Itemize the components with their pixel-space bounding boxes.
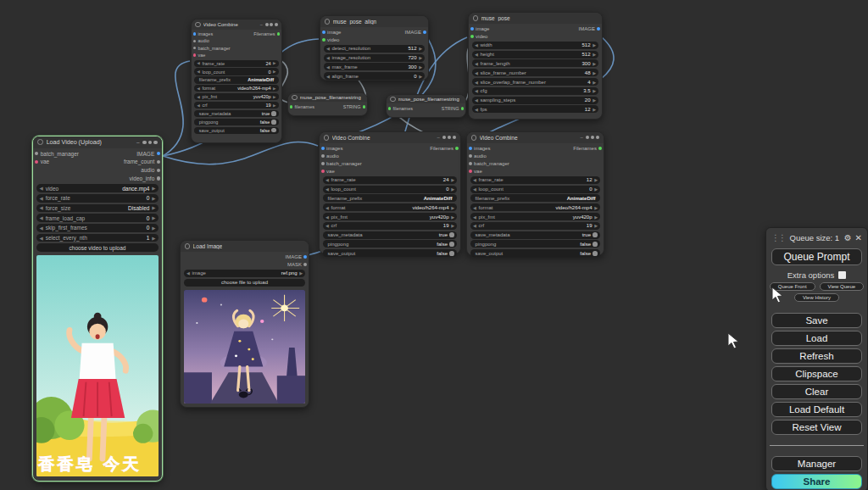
node-header[interactable]: muse_pose_filenamestring [387,95,465,103]
widget-video[interactable]: ◀videodance.mp4▶ [36,184,159,192]
input-slot-images[interactable]: images [469,146,490,151]
load-default-button[interactable]: Load Default [771,402,862,417]
decrement-arrow-icon[interactable]: ◀ [326,64,330,70]
queue-prompt-button[interactable]: Queue Prompt [771,248,862,265]
decrement-arrow-icon[interactable]: ◀ [326,187,329,192]
decrement-arrow-icon[interactable]: ◀ [326,214,329,220]
settings-gear-icon[interactable]: ⚙ [844,233,852,242]
toggle-knob-icon[interactable] [449,242,454,247]
toggle-knob-icon[interactable] [449,251,454,256]
increment-arrow-icon[interactable]: ▶ [594,205,598,210]
widget-filename-prefix[interactable]: filename_prefixAnimateDiff [323,194,458,202]
increment-arrow-icon[interactable]: ▶ [594,187,598,192]
widget-detect-resolution[interactable]: ◀detect_resolution512▶ [324,45,426,53]
widget-save-metadata[interactable]: save_metadatatrue [323,231,458,239]
increment-arrow-icon[interactable]: ▶ [451,187,454,192]
input-slot-batch-manager[interactable]: batch_manager [469,161,509,166]
input-slot-batch-manager[interactable]: batch_manager [321,161,362,166]
increment-arrow-icon[interactable]: ▶ [594,177,598,182]
node-header[interactable]: Load Image [181,241,309,252]
decrement-arrow-icon[interactable]: ◀ [197,70,200,74]
widget-frame-rate[interactable]: ◀frame_rate24▶ [194,60,278,67]
increment-arrow-icon[interactable]: ▶ [273,86,276,91]
node-header[interactable]: Load Video (Upload) ‒ [33,136,162,148]
view-queue-button[interactable]: View Queue [820,282,865,291]
increment-arrow-icon[interactable]: ▶ [152,186,155,191]
widget-crf[interactable]: ◀crf19▶ [323,222,458,230]
decrement-arrow-icon[interactable]: ◀ [475,61,478,66]
decrement-arrow-icon[interactable]: ◀ [473,187,476,192]
decrement-arrow-icon[interactable]: ◀ [326,223,329,228]
decrement-arrow-icon[interactable]: ◀ [197,95,200,99]
toggle-knob-icon[interactable] [593,242,598,247]
increment-arrow-icon[interactable]: ▶ [273,70,276,74]
increment-arrow-icon[interactable]: ▶ [273,95,276,99]
input-slot-images[interactable]: images [321,146,342,151]
video-preview[interactable]: 香香皂 今天 [36,255,159,476]
increment-arrow-icon[interactable]: ▶ [152,226,155,231]
widget-image-resolution[interactable]: ◀image_resolution720▶ [324,54,426,62]
collapse-icon[interactable] [185,243,191,249]
increment-arrow-icon[interactable]: ▶ [273,61,276,65]
widget-save-output[interactable]: save_outputfalse [470,249,601,257]
decrement-arrow-icon[interactable]: ◀ [39,196,42,201]
toggle-knob-icon[interactable] [271,120,275,124]
input-slot-audio[interactable]: audio [193,38,209,43]
node-video-combine-3[interactable]: Video Combine ‒ imagesFilenamesaudiobatc… [466,131,604,256]
image-preview[interactable] [184,290,306,404]
input-slot-batch-manager[interactable]: batch_manager [193,46,231,51]
widget-select-every-nth[interactable]: ◀select_every_nth1▶ [36,234,159,242]
collapse-icon[interactable] [37,139,43,145]
widget-align-frame[interactable]: ◀align_frame0▶ [324,72,426,80]
decrement-arrow-icon[interactable]: ◀ [473,214,476,220]
widget-save-metadata[interactable]: save_metadatatrue [194,110,278,117]
port-icon[interactable] [322,38,326,42]
manager-button[interactable]: Manager [771,456,862,471]
port-icon[interactable] [363,105,366,109]
node-header[interactable]: muse_pose_align [320,16,428,27]
widget-filename-prefix[interactable]: filename_prefixAnimateDiff [470,194,601,202]
port-icon[interactable] [193,53,197,57]
input-slot-vae[interactable]: vae [469,169,482,174]
toggle-knob-icon[interactable] [449,232,454,237]
increment-arrow-icon[interactable]: ▶ [593,107,596,112]
node-filenamestring-2[interactable]: muse_pose_filenamestring filenamesSTRING [386,94,466,118]
toggle-knob-icon[interactable] [271,111,275,115]
port-icon[interactable] [469,162,472,165]
node-header[interactable]: muse_pose_filenamestring [288,93,367,102]
decrement-arrow-icon[interactable]: ◀ [197,86,200,91]
widget-loop-count[interactable]: ◀loop_count0▶ [194,68,278,75]
increment-arrow-icon[interactable]: ▶ [419,46,422,51]
input-slot-images[interactable]: images [193,31,213,36]
port-icon[interactable] [157,152,160,155]
node-graph-canvas[interactable]: Load Video (Upload) ‒ batch_managerIMAGE… [0,0,868,490]
choose-file-to-upload-button[interactable]: choose file to upload [184,279,306,287]
output-slot-frame-count[interactable]: frame_count [124,159,160,164]
node-header[interactable]: Video Combine ‒ [467,132,604,143]
port-icon[interactable] [321,147,325,150]
decrement-arrow-icon[interactable]: ◀ [326,205,329,210]
increment-arrow-icon[interactable]: ▶ [152,236,155,241]
refresh-button[interactable]: Refresh [771,348,862,364]
input-slot-batch-manager[interactable]: batch_manager [35,151,79,157]
output-slot-audio[interactable]: audio [141,167,159,173]
collapse-icon[interactable] [292,95,297,100]
node-load-video[interactable]: Load Video (Upload) ‒ batch_managerIMAGE… [32,136,163,482]
increment-arrow-icon[interactable]: ▶ [299,270,303,276]
widget-image[interactable]: ◀imageref.png▶ [184,270,306,277]
save-button[interactable]: Save [771,313,862,328]
close-icon[interactable]: ✕ [855,233,862,242]
input-slot-audio[interactable]: audio [469,153,487,159]
port-icon[interactable] [470,27,474,31]
increment-arrow-icon[interactable]: ▶ [593,52,596,57]
widget-max-frame[interactable]: ◀max_frame300▶ [324,63,426,70]
node-filenamestring-1[interactable]: muse_pose_filenamestring filenamesSTRING [287,92,368,116]
decrement-arrow-icon[interactable]: ◀ [475,88,478,93]
widget-pingpong[interactable]: pingpongfalse [470,240,601,248]
port-icon[interactable] [157,169,160,172]
collapse-icon[interactable] [473,15,479,21]
output-slot-filenames[interactable]: Filenames [430,146,459,151]
increment-arrow-icon[interactable]: ▶ [451,205,454,210]
port-icon[interactable] [303,255,307,259]
increment-arrow-icon[interactable]: ▶ [593,42,596,47]
